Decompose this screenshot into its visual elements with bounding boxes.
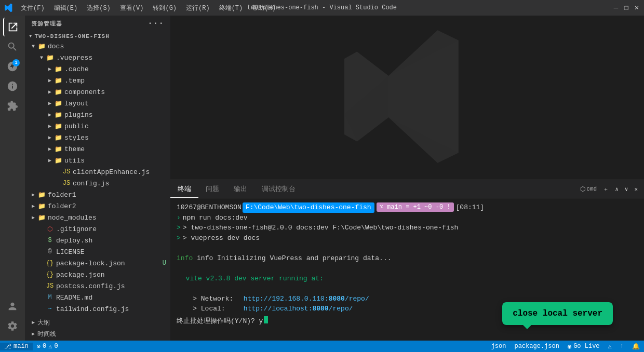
tree-item-temp[interactable]: ▶ 📁 .temp [25, 75, 170, 86]
tree-item-components[interactable]: ▶ 📁 components [25, 86, 170, 98]
layout-folder-icon: 📁 [54, 99, 62, 107]
account-icon[interactable] [3, 297, 22, 316]
tree-item-plugins[interactable]: ▶ 📁 plugins [25, 109, 170, 120]
git-icon[interactable]: 1 [3, 57, 22, 76]
terminal-network-link[interactable]: http://192.168.0.110:8080/repo/ [244, 294, 369, 304]
status-branch[interactable]: ⎇ main [0, 343, 33, 350]
close-button[interactable]: ✕ [634, 5, 640, 11]
warning-icon: ⚠ [48, 343, 52, 350]
menu-goto[interactable]: 转到(G) [149, 3, 181, 13]
terminal-output-3: info info Initializing VuePress and prep… [177, 253, 638, 264]
tree-label-utils: utils [64, 157, 166, 165]
components-folder-icon: 📁 [54, 88, 62, 96]
terminal-text-1: > two-dishes-one-fish@2.0.0 docs:dev F:\… [183, 223, 459, 233]
tree-item-package[interactable]: ▶ {} package.json [25, 269, 170, 280]
extensions-icon[interactable] [3, 97, 22, 115]
terminal-close-button[interactable]: ✕ [632, 185, 640, 194]
tree-label-folder1: folder1 [48, 191, 166, 199]
status-go-live[interactable]: ◉ Go Live [564, 343, 604, 350]
menu-run[interactable]: 运行(R) [182, 3, 214, 13]
tree-item-docs[interactable]: ▼ 📁 docs [25, 40, 170, 52]
modified-badge: U [163, 260, 166, 267]
status-sync[interactable]: ↑ [616, 343, 628, 350]
menu-view[interactable]: 查看(V) [116, 3, 148, 13]
tree-item-package-lock[interactable]: ▶ {} package-lock.json U [25, 258, 170, 269]
tab-debug-console[interactable]: 调试控制台 [254, 180, 303, 198]
tree-item-theme[interactable]: ▶ 📁 theme [25, 143, 170, 155]
tree-item-cache[interactable]: ▶ 📁 .cache [25, 63, 170, 75]
status-package-json[interactable]: package.json [510, 343, 563, 350]
terminal-content[interactable]: 10267@BENTHOMSON F:\Code\Web\two-dishes-… [170, 198, 644, 341]
tree-item-outline[interactable]: ▶ 大纲 [25, 317, 170, 328]
tree-label-package: package.json [56, 271, 166, 279]
chevron-right-icon: ▶ [46, 156, 54, 165]
status-right: json package.json ◉ Go Live ⚠ ↑ 🔔 [487, 343, 644, 350]
chevron-right-icon: ▶ [46, 76, 54, 85]
tree-item-public[interactable]: ▶ 📁 public [25, 120, 170, 132]
folder1-icon: 📁 [37, 191, 46, 199]
sync-icon: ↑ [620, 343, 624, 350]
terminal-text-4: vite v2.3.8 dev server running at: [186, 274, 324, 284]
menu-edit[interactable]: 编辑(E) [50, 3, 82, 13]
status-warning[interactable]: ⚠ [604, 343, 616, 350]
status-bell[interactable]: 🔔 [628, 343, 644, 350]
tree-item-styles[interactable]: ▶ 📁 styles [25, 132, 170, 143]
tree-item-postcss[interactable]: ▶ JS postcss.config.js [25, 280, 170, 292]
menu-file[interactable]: 文件(F) [17, 3, 49, 13]
tree-item-node-modules[interactable]: ▶ 📁 node_modules [25, 212, 170, 223]
term-time: [08:11] [456, 202, 485, 213]
menu-terminal[interactable]: 终端(T) [215, 3, 247, 13]
terminal-prompt-line: 10267@BENTHOMSON F:\Code\Web\two-dishes-… [177, 202, 638, 213]
terminal-add-button[interactable]: ＋ [601, 184, 611, 194]
tree-item-folder1[interactable]: ▶ 📁 folder1 [25, 189, 170, 200]
explorer-icon[interactable] [3, 18, 22, 36]
tree-item-utils[interactable]: ▶ 📁 utils [25, 155, 170, 166]
minimize-button[interactable]: — [613, 5, 619, 11]
tailwind-file-icon: ~ [46, 305, 54, 313]
shell-name: cmd [586, 186, 597, 192]
error-count: 0 [43, 343, 46, 350]
go-live-icon: ◉ [568, 343, 571, 350]
tree-item-deploy[interactable]: ▶ $ deploy.sh [25, 235, 170, 246]
tree-item-readme[interactable]: ▶ M README.md [25, 292, 170, 303]
activity-bottom [3, 297, 22, 341]
tab-terminal[interactable]: 终端 [170, 180, 198, 198]
tree-label-postcss: postcss.config.js [56, 282, 166, 290]
terminal-collapse-button[interactable]: ∨ [623, 185, 630, 194]
tree-label-theme: theme [64, 145, 166, 153]
md-file-icon: M [46, 293, 54, 302]
git-file-icon: ⬡ [46, 225, 54, 233]
settings-icon[interactable] [3, 317, 22, 335]
terminal-local-link[interactable]: http://localhost:8080/repo/ [244, 304, 353, 314]
tree-label-timeline: 时间线 [37, 330, 166, 339]
branch-name: main [14, 343, 29, 350]
project-root[interactable]: ▼ TWO-DISHES-ONE-FISH [25, 31, 170, 40]
tree-item-config[interactable]: ▶ JS config.js [25, 178, 170, 189]
branch-icon: ⎇ [4, 343, 11, 350]
editor-area [170, 16, 644, 180]
sh-file-icon: $ [46, 236, 54, 245]
maximize-button[interactable]: ❐ [623, 5, 629, 11]
tree-item-license[interactable]: ▶ © LICENSE [25, 246, 170, 258]
tab-problems[interactable]: 问题 [198, 180, 226, 198]
term-info-label: info [177, 253, 193, 264]
tree-item-layout[interactable]: ▶ 📁 layout [25, 98, 170, 109]
search-icon[interactable] [3, 37, 22, 56]
tree-item-folder2[interactable]: ▶ 📁 folder2 [25, 200, 170, 212]
tab-output[interactable]: 输出 [226, 180, 254, 198]
tree-item-gitignore[interactable]: ▶ ⬡ .gitignore [25, 223, 170, 235]
tree-item-timeline[interactable]: ▶ 时间线 [25, 328, 170, 340]
menu-select[interactable]: 选择(S) [83, 3, 115, 13]
tree-item-tailwind[interactable]: ▶ ~ tailwind.config.js [25, 303, 170, 315]
status-errors[interactable]: ⊗ 0 ⚠ 0 [33, 343, 62, 350]
theme-folder-icon: 📁 [54, 145, 62, 153]
term-arrow-icon: > [177, 223, 181, 233]
status-json[interactable]: json [487, 343, 511, 350]
sidebar-options-button[interactable]: ··· [147, 19, 164, 28]
debug-icon[interactable] [3, 77, 22, 96]
tooltip-callout: close local server [502, 302, 613, 325]
tree-item-clientAppEnhance[interactable]: ▶ JS clientAppEnhance.js [25, 166, 170, 178]
terminal-chevron-button[interactable]: ∧ [613, 185, 621, 194]
tree-item-vuepress[interactable]: ▼ 📁 .vuepress [25, 52, 170, 63]
tree-label-folder2: folder2 [48, 202, 166, 210]
